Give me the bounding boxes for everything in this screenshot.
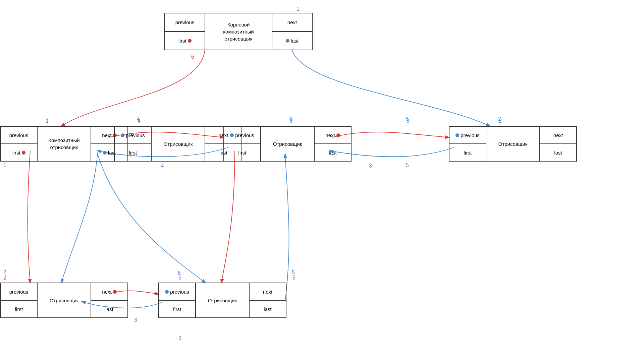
draw4-center: Отрисовщик	[151, 126, 205, 161]
draw3-center: Отрисовщик	[261, 126, 314, 161]
draw2-first: first	[449, 144, 486, 161]
comp-label: 1	[46, 118, 49, 124]
drawb2-center: Отрисовщик	[196, 283, 249, 318]
svg-text:3: 3	[369, 163, 372, 169]
comp-last-dot	[103, 151, 107, 155]
root-next: next	[272, 13, 312, 32]
svg-text:2: 2	[3, 269, 6, 275]
draw3-label: 3	[290, 118, 293, 124]
comp-node: previous Композитныйотрисовщик next firs…	[0, 126, 128, 162]
drawb2-label5: 5	[292, 275, 296, 281]
drawb1-label: 2	[3, 275, 6, 281]
root-last: last	[272, 32, 312, 50]
drawb1-previous: previous	[0, 283, 37, 300]
root-node: previous Корневойкомпозитныйотрисовщик n…	[164, 13, 313, 50]
draw3-next-dot	[336, 133, 340, 137]
draw4-label: 4	[138, 118, 141, 124]
draw4-first: first	[114, 144, 151, 161]
draw2-last: last	[540, 144, 577, 161]
root-center: Корневойкомпозитныйотрисовщик	[205, 13, 272, 50]
root-first: first	[165, 32, 205, 50]
draw3-next: next	[314, 126, 351, 144]
draw3-previous: previous	[224, 126, 261, 144]
drawb2-label3: 3	[178, 335, 181, 341]
root-label: 1	[297, 6, 300, 12]
svg-text:5: 5	[292, 269, 295, 275]
drawb2-last: last	[249, 300, 286, 318]
drawb2-label6: 6	[178, 275, 181, 281]
drawb1-first: first	[0, 300, 37, 318]
draw2-center: Отрисовщик	[486, 126, 540, 161]
drawb2-previous: previous	[159, 283, 196, 300]
comp-center: Композитныйотрисовщик	[37, 126, 91, 161]
draw3-last: last	[314, 144, 351, 161]
drawb1-next-dot	[113, 290, 117, 294]
svg-text:6: 6	[191, 54, 194, 60]
draw4-node: previous Отрисовщик next first last	[114, 126, 242, 162]
root-first-dot	[188, 39, 192, 43]
draw2-label5: 5	[407, 118, 410, 124]
draw4-prev-dot	[121, 133, 124, 137]
svg-text:1: 1	[3, 162, 6, 168]
drawb1-next: next	[91, 283, 128, 300]
drawb2-node: previous Отрисовщик next first last	[158, 283, 286, 318]
draw3-node: previous Отрисовщик next first last	[223, 126, 352, 162]
draw2-next: next	[540, 126, 577, 144]
draw2-prev-dot	[455, 133, 459, 137]
draw3-first: first	[224, 144, 261, 161]
comp-first-dot	[22, 151, 25, 155]
drawb2-first: first	[159, 300, 196, 318]
root-last-dot	[286, 39, 289, 43]
drawb1-center: Отрисовщик	[37, 283, 91, 318]
comp-previous: previous	[0, 126, 37, 144]
drawb1-node: previous Отрисовщик next first last	[0, 283, 128, 318]
drawb2-prev-dot	[165, 290, 169, 294]
draw4-previous: previous	[114, 126, 151, 144]
svg-text:4: 4	[161, 163, 164, 169]
comp-first: first	[0, 144, 37, 161]
svg-text:3: 3	[134, 317, 137, 323]
draw2-previous: previous	[449, 126, 486, 144]
draw2-node: previous Отрисовщик next first last	[449, 126, 577, 162]
drawb2-next: next	[249, 283, 286, 300]
root-previous: previous	[165, 13, 205, 32]
draw2-label2: 2	[499, 118, 502, 124]
drawb1-last: last	[91, 300, 128, 318]
svg-text:5: 5	[406, 162, 409, 168]
draw3-prev-dot	[230, 133, 234, 137]
